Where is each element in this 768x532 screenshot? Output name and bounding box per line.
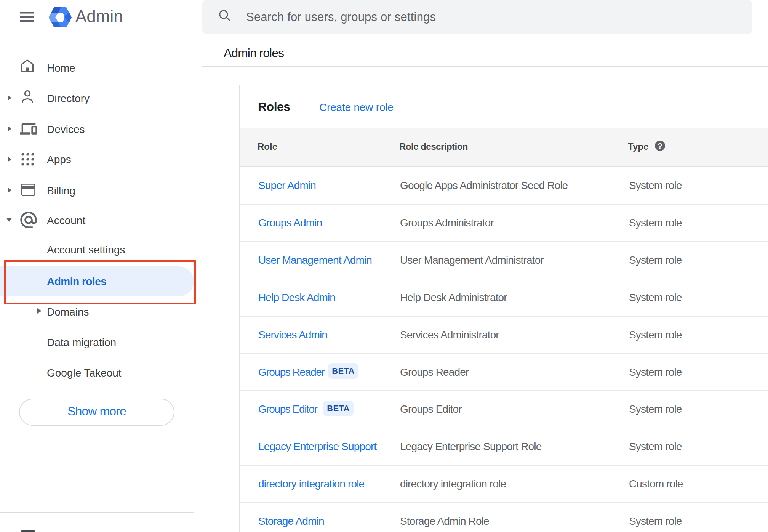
svg-text:?: ? [658,142,662,150]
